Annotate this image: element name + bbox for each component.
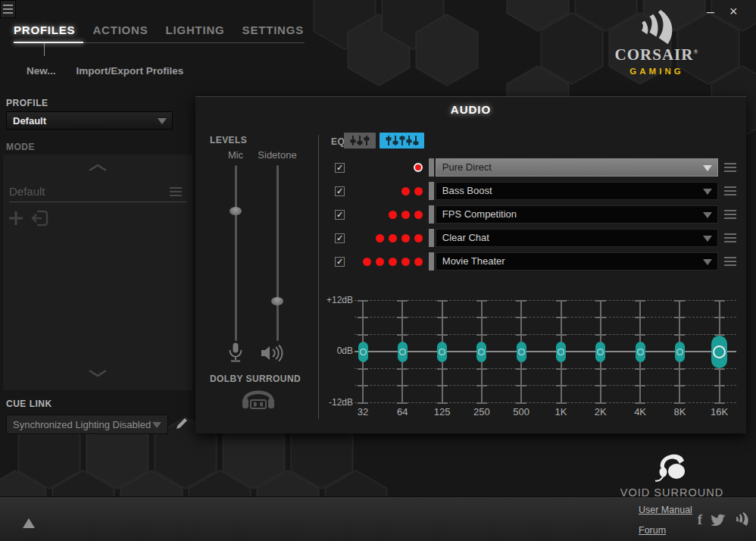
trademark: ® [693,48,698,55]
tab-profiles[interactable]: PROFILES [14,23,75,36]
cue-link-select[interactable]: Synchronized Lighting Disabled [6,414,168,434]
submenu-new[interactable]: New... [27,65,56,77]
band-tick [516,385,526,386]
freq-axis-label: 16K [700,406,739,417]
knob-ring-icon [360,349,367,355]
minimize-button[interactable]: – [707,5,714,18]
cue-link-select-value: Synchronized Lighting Disabled [13,415,151,434]
band-tick [476,402,487,404]
device-name-label: VOID SURROUND [600,486,744,499]
band-tick [516,300,526,302]
band-tick [635,334,645,336]
edit-pencil-icon[interactable] [174,416,189,431]
band-tick [437,385,448,386]
eq-band-knob[interactable] [358,342,368,362]
eq-band-knob[interactable] [476,342,486,362]
tab-lighting[interactable]: LIGHTING [166,23,225,36]
band-tick [714,317,725,318]
knob-ring-icon [637,349,644,355]
social-twitter-icon[interactable] [710,514,726,527]
tab-settings[interactable]: SETTINGS [242,23,304,36]
scroll-up-icon[interactable] [88,164,108,172]
band-tick [476,368,487,370]
band-tick [595,402,606,404]
band-tick [397,317,408,318]
band-tick [358,334,368,336]
band-tick [397,385,408,386]
footer-link-forum[interactable]: Forum [639,525,666,536]
band-tick [595,300,606,302]
band-tick [437,368,448,370]
import-mode-icon[interactable] [29,209,48,227]
profile-select[interactable]: Default [6,111,173,130]
tab-actions[interactable]: ACTIONS [92,23,148,36]
band-tick [397,300,408,302]
void-headset-icon [654,449,689,485]
add-mode-icon[interactable] [8,210,24,227]
freq-axis-label: 1K [542,406,581,417]
close-button[interactable]: × [729,5,738,18]
band-tick [595,368,606,370]
brand-subtitle: GAMING [608,67,705,76]
eq-band-knob[interactable] [636,342,645,362]
chevron-down-icon [158,118,167,124]
band-tick [714,300,725,302]
mode-section-label: MODE [6,142,35,152]
band-tick [437,300,448,302]
band-tick [556,317,567,318]
social-corsair-icon[interactable] [733,512,751,527]
freq-axis-label: 32 [343,406,383,417]
band-tick [556,300,567,302]
band-tick [556,402,567,404]
brand-name: CORSAIR [615,45,694,64]
band-tick [358,300,368,302]
band-tick [556,385,567,386]
expand-up-icon[interactable] [23,518,35,528]
band-tick [516,402,526,404]
band-tick [476,334,487,336]
knob-ring-icon [518,349,525,355]
band-tick [674,402,685,404]
active-tab-underline [14,42,83,43]
band-tick [397,368,408,370]
band-tick [595,317,606,318]
band-tick [556,334,567,336]
social-facebook-icon[interactable]: f [698,511,702,528]
freq-axis-label: 8K [660,406,699,417]
freq-axis-label: 250 [462,406,501,417]
eq-band-knob-selected[interactable] [711,336,727,368]
scroll-down-icon[interactable] [88,369,108,377]
cue-link-section-label: CUE LINK [6,399,52,409]
nav-connector-line [44,43,45,56]
knob-ring-icon [439,349,445,355]
band-tick [437,317,448,318]
footer-link-user-manual[interactable]: User Manual [639,505,692,515]
band-tick [635,300,645,302]
band-tick [635,317,645,318]
audio-panel: AUDIO LEVELS MicSidetone DOLBY SURROUND … [195,96,746,433]
band-tick [674,334,685,336]
band-tick [516,368,526,370]
mode-item-label[interactable]: Default [9,185,45,198]
band-tick [674,368,685,370]
band-tick [674,300,685,302]
band-tick [476,385,487,386]
main-nav: PROFILESACTIONSLIGHTINGSETTINGS [14,23,304,36]
knob-ring-icon [676,349,683,355]
eq-band-knob[interactable] [675,342,685,362]
corsair-sails-logo-icon [635,10,680,48]
eq-band-knob[interactable] [437,342,447,362]
eq-band-knob[interactable] [517,342,526,362]
eq-band-knob[interactable] [398,342,408,362]
chevron-down-icon [152,422,161,428]
mode-menu-icon[interactable] [170,187,182,197]
band-tick [437,334,448,336]
eq-band-knob[interactable] [556,342,566,362]
cue-window: PROFILESACTIONSLIGHTINGSETTINGS New...Im… [0,0,756,541]
knob-ring-icon [597,349,604,355]
submenu-import-export-profiles[interactable]: Import/Export Profiles [77,65,184,77]
band-tick [674,317,685,318]
band-tick [595,385,606,386]
profile-select-value: Default [13,112,46,130]
eq-band-knob[interactable] [595,342,605,362]
